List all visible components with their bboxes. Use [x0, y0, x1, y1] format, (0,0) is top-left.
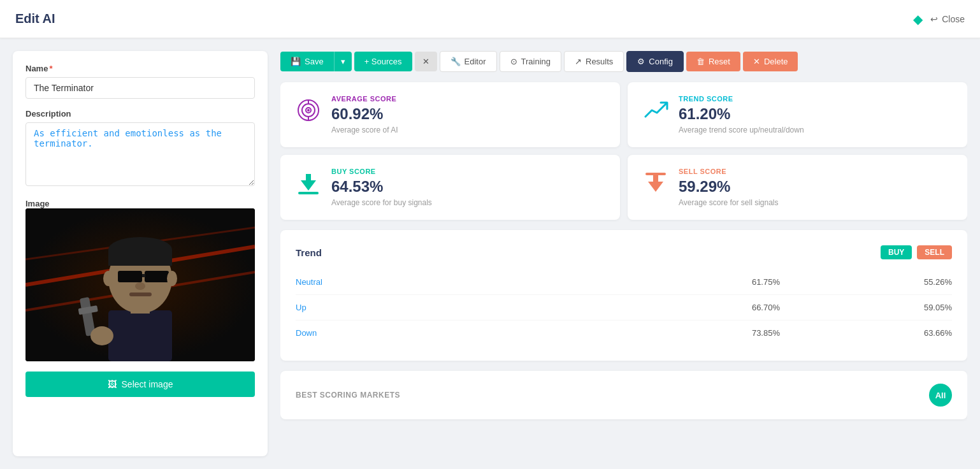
- results-button[interactable]: ↗ Results: [564, 51, 624, 72]
- sell-score-desc: Average score for sell signals: [679, 198, 779, 207]
- sell-score-label: SELL SCORE: [679, 168, 779, 175]
- svg-rect-27: [298, 192, 319, 194]
- average-score-content: AVERAGE SCORE 60.92% Average score of AI: [331, 95, 398, 134]
- editor-label: Editor: [465, 57, 486, 66]
- results-label: Results: [586, 57, 613, 66]
- name-field-group: Name*: [25, 64, 255, 99]
- average-score-value: 60.92%: [331, 105, 398, 123]
- svg-rect-9: [118, 271, 142, 282]
- svg-rect-10: [145, 271, 169, 282]
- svg-point-15: [167, 271, 177, 286]
- close-button[interactable]: ↩ Close: [930, 14, 965, 24]
- save-icon: 💾: [291, 57, 301, 66]
- svg-rect-29: [653, 174, 658, 182]
- close-x-button[interactable]: ✕: [415, 52, 437, 71]
- top-header: Edit AI ◆ ↩ Close: [0, 0, 980, 38]
- all-markets-button[interactable]: All: [929, 384, 952, 407]
- config-label: Config: [649, 57, 673, 66]
- diamond-icon: ◆: [913, 11, 923, 27]
- chart-icon: ↗: [575, 57, 582, 66]
- image-label: Image: [25, 199, 255, 208]
- svg-point-12: [135, 282, 145, 290]
- trend-row-neutral-buy: 61.75%: [735, 277, 780, 287]
- trend-row-up-name: Up: [296, 303, 306, 312]
- name-input[interactable]: [25, 77, 255, 99]
- trend-table-title: Trend: [296, 247, 322, 258]
- svg-point-14: [103, 271, 113, 286]
- trend-row-neutral-name: Neutral: [296, 277, 322, 287]
- trend-row-up-sell: 59.05%: [907, 303, 952, 312]
- trend-row-up-buy: 66.70%: [735, 303, 780, 312]
- left-panel: Name* Description As efficient and emoti…: [13, 51, 268, 456]
- page-title: Edit AI: [15, 11, 55, 26]
- config-button[interactable]: ⚙ Config: [626, 51, 684, 72]
- sell-score-content: SELL SCORE 59.29% Average score for sell…: [679, 168, 779, 207]
- description-field-group: Description As efficient and emotionless…: [25, 109, 255, 189]
- svg-rect-8: [108, 250, 172, 266]
- training-button[interactable]: ⊙ Training: [500, 51, 561, 72]
- sources-label: + Sources: [364, 57, 402, 66]
- target-icon: ⊙: [510, 57, 517, 66]
- svg-rect-13: [129, 292, 152, 296]
- target-score-icon: [296, 97, 321, 128]
- right-panel: 💾 Save ▾ + Sources ✕ 🔧 Editor: [280, 51, 967, 456]
- svg-rect-11: [142, 274, 145, 277]
- image-button-icon: 🖼: [108, 379, 117, 389]
- svg-rect-26: [306, 174, 311, 182]
- sell-badge: SELL: [917, 245, 952, 259]
- save-label: Save: [305, 57, 324, 66]
- trash-icon: 🗑: [696, 57, 705, 66]
- save-dropdown-button[interactable]: ▾: [334, 52, 352, 71]
- trend-table-card: Trend BUY SELL Neutral 61.75% 55.26% Up …: [280, 230, 967, 361]
- svg-marker-25: [301, 180, 316, 191]
- buy-badge: BUY: [881, 245, 912, 259]
- markets-title: BEST SCORING MARKETS: [296, 391, 400, 400]
- trend-row-down-buy: 73.85%: [735, 328, 780, 338]
- trend-row-down: Down 73.85% 63.66%: [296, 321, 952, 345]
- delete-button[interactable]: ✕ Delete: [743, 52, 798, 71]
- terminator-image: [25, 208, 255, 361]
- trend-row-neutral-sell: 55.26%: [907, 277, 952, 287]
- editor-button[interactable]: 🔧 Editor: [440, 51, 497, 72]
- trend-row-down-name: Down: [296, 328, 317, 338]
- trend-badges: BUY SELL: [881, 245, 952, 259]
- select-image-button[interactable]: 🖼 Select image: [25, 372, 255, 397]
- wrench-icon: 🔧: [450, 57, 461, 66]
- trend-row-neutral: Neutral 61.75% 55.26%: [296, 270, 952, 295]
- trend-score-card: TREND SCORE 61.20% Average trend score u…: [628, 82, 967, 147]
- sources-button[interactable]: + Sources: [354, 52, 412, 71]
- back-arrow-icon: ↩: [930, 14, 938, 24]
- markets-card: BEST SCORING MARKETS All: [280, 371, 967, 419]
- delete-label: Delete: [764, 57, 788, 66]
- description-input[interactable]: As efficient and emotionless as the term…: [25, 122, 255, 186]
- trend-row-neutral-values: 61.75% 55.26%: [735, 277, 952, 287]
- score-cards: AVERAGE SCORE 60.92% Average score of AI…: [280, 82, 967, 220]
- average-score-desc: Average score of AI: [331, 126, 398, 134]
- average-score-card: AVERAGE SCORE 60.92% Average score of AI: [280, 82, 620, 147]
- image-preview: [25, 208, 255, 361]
- trend-row-down-values: 73.85% 63.66%: [735, 328, 952, 338]
- svg-point-22: [307, 109, 310, 112]
- select-image-label: Select image: [122, 379, 173, 389]
- buy-score-value: 64.53%: [331, 178, 432, 196]
- buy-score-content: BUY SCORE 64.53% Average score for buy s…: [331, 168, 432, 207]
- buy-score-desc: Average score for buy signals: [331, 198, 432, 207]
- reset-label: Reset: [709, 57, 730, 66]
- name-label: Name*: [25, 64, 255, 73]
- x-delete-icon: ✕: [753, 57, 760, 66]
- svg-marker-30: [648, 182, 663, 192]
- chevron-down-icon: ▾: [341, 57, 345, 66]
- buy-score-label: BUY SCORE: [331, 168, 432, 175]
- training-label: Training: [521, 57, 551, 66]
- sell-score-card: SELL SCORE 59.29% Average score for sell…: [628, 155, 967, 220]
- main-layout: Name* Description As efficient and emoti…: [0, 38, 980, 469]
- header-actions: ◆ ↩ Close: [913, 11, 965, 27]
- image-field-group: Image: [25, 199, 255, 361]
- gear-icon: ⚙: [637, 57, 645, 66]
- trend-score-icon: [643, 97, 668, 128]
- trend-score-desc: Average trend score up/neutral/down: [679, 126, 804, 134]
- reset-button[interactable]: 🗑 Reset: [686, 52, 740, 71]
- save-button[interactable]: 💾 Save: [280, 52, 334, 71]
- sell-score-value: 59.29%: [679, 178, 779, 196]
- svg-rect-4: [108, 310, 172, 361]
